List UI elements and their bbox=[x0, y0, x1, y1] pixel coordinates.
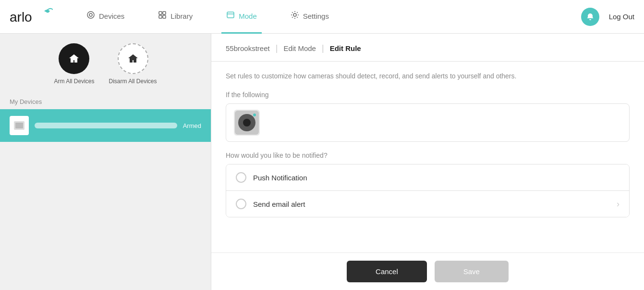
disarm-icon-circle bbox=[118, 43, 148, 74]
camera-thumbnail bbox=[234, 110, 260, 136]
device-name-bar bbox=[35, 123, 177, 128]
cancel-button[interactable]: Cancel bbox=[347, 261, 427, 282]
arm-all-label: Arm All Devices bbox=[54, 78, 94, 85]
devices-icon bbox=[86, 11, 95, 22]
save-button[interactable]: Save bbox=[435, 261, 509, 282]
nav-right: Log Out bbox=[581, 8, 634, 26]
content-area: 55brookstreet | Edit Mode | Edit Rule Se… bbox=[211, 34, 644, 290]
push-notification-label: Push Notification bbox=[253, 174, 620, 182]
mode-icon bbox=[226, 11, 235, 22]
nav-devices-label: Devices bbox=[99, 12, 124, 20]
edit-rule-body: Set rules to customize how cameras shoul… bbox=[211, 62, 644, 252]
nav-library-label: Library bbox=[170, 12, 193, 20]
notification-button[interactable] bbox=[581, 8, 599, 26]
svg-text:arlo: arlo bbox=[10, 10, 32, 25]
breadcrumb-55brookstreet[interactable]: 55brookstreet bbox=[226, 44, 270, 52]
breadcrumb-sep-1: | bbox=[276, 43, 278, 53]
logo: arlo bbox=[10, 7, 53, 26]
trigger-card[interactable] bbox=[226, 103, 630, 142]
nav-settings-label: Settings bbox=[303, 12, 329, 20]
rule-description: Set rules to customize how cameras shoul… bbox=[226, 71, 630, 81]
nav-mode[interactable]: Mode bbox=[221, 0, 262, 34]
push-notification-row[interactable]: Push Notification bbox=[226, 164, 629, 190]
svg-rect-5 bbox=[159, 15, 162, 18]
breadcrumb-edit-rule[interactable]: Edit Rule bbox=[330, 44, 361, 52]
disarm-all-button[interactable]: Disarm All Devices bbox=[109, 43, 157, 85]
breadcrumb-sep-2: | bbox=[322, 43, 324, 53]
email-alert-radio[interactable] bbox=[236, 199, 246, 209]
arm-icon-circle bbox=[59, 43, 89, 74]
settings-icon bbox=[291, 11, 299, 22]
library-icon bbox=[158, 11, 167, 22]
email-alert-chevron: › bbox=[617, 199, 620, 209]
breadcrumb-edit-mode[interactable]: Edit Mode bbox=[283, 44, 316, 52]
svg-rect-4 bbox=[163, 12, 166, 14]
arm-all-button[interactable]: Arm All Devices bbox=[54, 43, 94, 85]
nav-mode-label: Mode bbox=[239, 12, 257, 20]
svg-rect-11 bbox=[15, 123, 23, 128]
disarm-all-label: Disarm All Devices bbox=[109, 78, 157, 85]
device-item[interactable]: Armed bbox=[0, 109, 211, 142]
email-alert-label: Send email alert bbox=[253, 200, 610, 208]
device-thumbnail bbox=[10, 116, 29, 135]
top-nav: arlo Devices Libr bbox=[0, 0, 644, 34]
device-status: Armed bbox=[183, 122, 201, 129]
sidebar-actions: Arm All Devices Disarm All Devices bbox=[0, 34, 211, 94]
svg-point-1 bbox=[87, 12, 94, 18]
nav-library[interactable]: Library bbox=[153, 0, 197, 34]
push-notification-radio[interactable] bbox=[236, 172, 246, 183]
notification-card: Push Notification Send email alert › bbox=[226, 164, 630, 217]
footer-buttons: Cancel Save bbox=[211, 252, 644, 290]
breadcrumb: 55brookstreet | Edit Mode | Edit Rule bbox=[211, 34, 644, 62]
email-alert-row[interactable]: Send email alert › bbox=[226, 190, 629, 217]
main-layout: Arm All Devices Disarm All Devices My De… bbox=[0, 34, 644, 290]
nav-devices[interactable]: Devices bbox=[82, 0, 129, 34]
how-notified-label: How would you like to be notified? bbox=[226, 151, 630, 159]
svg-point-9 bbox=[293, 13, 296, 16]
svg-point-2 bbox=[89, 13, 92, 16]
if-following-label: If the following bbox=[226, 91, 630, 99]
my-devices-title: My Devices bbox=[0, 94, 211, 109]
svg-rect-3 bbox=[159, 12, 162, 14]
logout-button[interactable]: Log Out bbox=[609, 13, 634, 21]
sidebar: Arm All Devices Disarm All Devices My De… bbox=[0, 34, 211, 290]
nav-settings[interactable]: Settings bbox=[286, 0, 334, 34]
nav-items: Devices Library Mode bbox=[82, 0, 581, 34]
svg-rect-6 bbox=[163, 15, 166, 18]
svg-rect-7 bbox=[227, 12, 234, 18]
